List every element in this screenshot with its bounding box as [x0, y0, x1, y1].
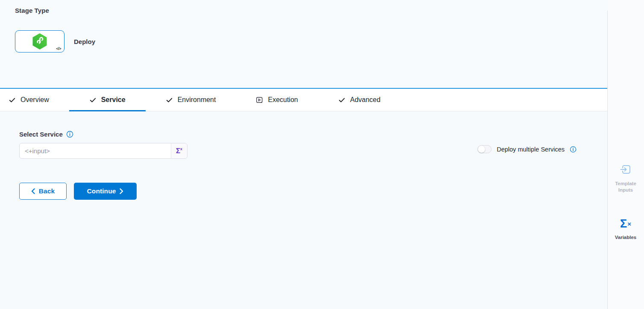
tab-environment[interactable]: Environment [146, 89, 236, 111]
variables-label: Variables [612, 234, 639, 241]
stage-type-section: Stage Type [0, 0, 607, 89]
template-inputs-rail-button[interactable]: Template Inputs [607, 163, 644, 193]
stage-tab-bar: Overview Service Environment [0, 89, 607, 111]
select-service-label-row: Select Service [19, 131, 588, 138]
service-tab-content: Select Service Σx [0, 111, 607, 309]
tab-label: Advanced [350, 96, 381, 104]
yaml-code-icon[interactable]: </> [56, 47, 61, 51]
tab-label: Environment [178, 96, 216, 104]
deploy-multiple-services-label: Deploy multiple Services [497, 146, 565, 153]
template-inputs-icon [607, 163, 644, 176]
stage-type-label: Stage Type [15, 7, 592, 14]
check-icon [166, 96, 173, 104]
check-icon [9, 96, 16, 104]
wizard-button-row: Back Continue [19, 183, 588, 200]
info-icon[interactable] [570, 146, 577, 153]
check-icon [338, 96, 345, 104]
tab-label: Overview [20, 96, 49, 104]
execution-icon [256, 96, 263, 104]
deploy-stage-icon [32, 33, 48, 50]
main-panel: Stage Type [0, 0, 607, 309]
continue-button-label: Continue [87, 187, 116, 195]
variables-rail-button[interactable]: Σ× Variables [607, 218, 644, 241]
tab-label: Execution [268, 96, 298, 104]
variables-sigma-icon: Σ× [620, 218, 631, 230]
info-icon[interactable] [66, 131, 73, 138]
select-service-input[interactable] [20, 143, 171, 158]
tab-overview[interactable]: Overview [9, 89, 69, 111]
chevron-right-icon [120, 188, 123, 194]
back-button-label: Back [39, 187, 55, 195]
deploy-stage-card[interactable]: </> [15, 30, 64, 52]
deploy-multiple-services-toggle[interactable] [477, 145, 492, 153]
tab-advanced[interactable]: Advanced [318, 89, 401, 111]
toggle-knob [478, 146, 485, 153]
deploy-multiple-services-row: Deploy multiple Services [477, 145, 577, 153]
stage-type-name: Deploy [74, 38, 95, 45]
right-rail: Template Inputs Σ× Variables [607, 0, 644, 309]
runtime-input-type-button[interactable]: Σx [171, 143, 187, 158]
stage-config-page: Stage Type [0, 0, 644, 309]
select-service-label: Select Service [19, 131, 63, 138]
tab-execution[interactable]: Execution [236, 89, 318, 111]
back-button[interactable]: Back [19, 183, 67, 200]
tab-service[interactable]: Service [69, 89, 146, 111]
select-service-input-group: Σx [19, 143, 187, 159]
chevron-left-icon [31, 188, 35, 194]
stage-card-row: </> Deploy [15, 30, 592, 52]
tab-label: Service [101, 96, 126, 104]
check-icon [89, 96, 97, 104]
expression-sigma-icon: Σx [176, 147, 182, 154]
continue-button[interactable]: Continue [74, 183, 137, 200]
template-inputs-label: Template Inputs [612, 181, 639, 193]
